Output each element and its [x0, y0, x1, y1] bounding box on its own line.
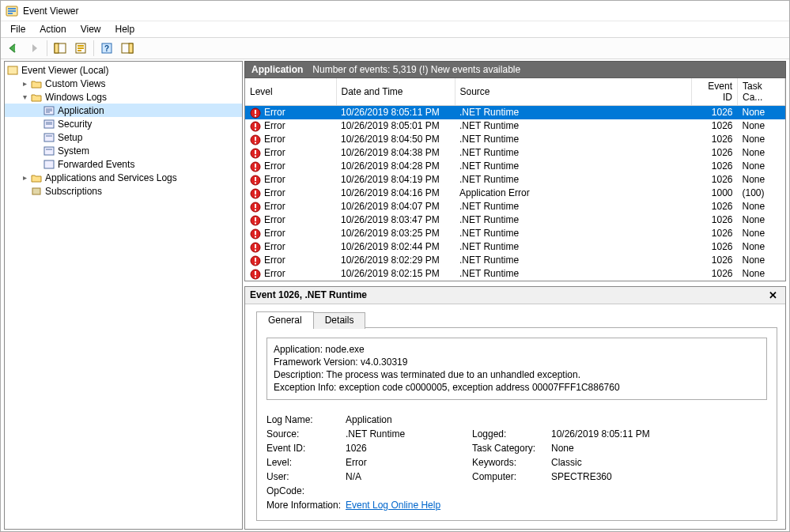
event-row[interactable]: Error10/26/2019 8:05:11 PM.NET Runtime10…: [245, 106, 785, 119]
svg-rect-51: [255, 209, 256, 210]
tab-details[interactable]: Details: [313, 312, 366, 329]
column-headers[interactable]: Level Date and Time Source Event ID Task…: [245, 78, 785, 106]
cell-datetime: 10/26/2019 8:02:29 PM: [336, 254, 455, 267]
cell-datetime: 10/26/2019 8:04:19 PM: [336, 173, 455, 187]
expand-icon[interactable]: ▸: [19, 173, 30, 182]
event-row[interactable]: Error10/26/2019 8:03:25 PM.NET Runtime10…: [245, 227, 785, 240]
tree-custom-views[interactable]: ▸ Custom Views: [5, 77, 242, 90]
svg-rect-42: [255, 168, 256, 170]
lbl-task-cat: Task Category:: [472, 443, 551, 454]
tab-general[interactable]: General: [256, 311, 314, 328]
cell-source: .NET Runtime: [455, 160, 692, 173]
tree-security[interactable]: Security: [5, 117, 242, 130]
svg-rect-45: [255, 182, 256, 183]
menu-view[interactable]: View: [74, 22, 108, 36]
cell-source: .NET Runtime: [455, 173, 692, 187]
event-list[interactable]: Level Date and Time Source Event ID Task…: [244, 78, 786, 281]
cell-level: Error: [264, 147, 285, 158]
cell-datetime: 10/26/2019 8:03:47 PM: [336, 213, 455, 227]
cell-source: .NET Runtime: [455, 106, 692, 119]
col-source[interactable]: Source: [455, 78, 692, 106]
cell-datetime: 10/26/2019 8:05:01 PM: [336, 119, 455, 133]
cell-source: .NET Runtime: [455, 240, 692, 254]
event-row[interactable]: Error10/26/2019 8:02:15 PM.NET Runtime10…: [245, 267, 785, 281]
content-area: Application Number of events: 5,319 (!) …: [244, 61, 786, 530]
cell-eventid: 1026: [692, 106, 738, 119]
menu-help[interactable]: Help: [109, 22, 142, 36]
cell-eventid: 1026: [692, 173, 738, 187]
col-task[interactable]: Task Ca...: [738, 78, 785, 106]
event-row[interactable]: Error10/26/2019 8:04:07 PM.NET Runtime10…: [245, 200, 785, 213]
cell-source: .NET Runtime: [455, 227, 692, 240]
subscriptions-icon: [30, 185, 43, 198]
tree-apps-services[interactable]: ▸ Applications and Services Logs: [5, 171, 242, 184]
lbl-event-id: Event ID:: [266, 443, 346, 454]
tree-panel[interactable]: Event Viewer (Local) ▸ Custom Views ▾ Wi…: [4, 61, 243, 530]
val-level: Error: [346, 457, 472, 468]
properties-button[interactable]: [71, 40, 90, 57]
tab-body-general: Application: node.exe Framework Version:…: [256, 327, 777, 521]
svg-rect-41: [255, 164, 256, 168]
cell-eventid: 1026: [692, 227, 738, 240]
svg-rect-24: [44, 147, 54, 155]
toolbar-separator: [93, 40, 94, 56]
col-datetime[interactable]: Date and Time: [336, 78, 455, 106]
list-header-count: Number of events: 5,319 (!) New events a…: [312, 64, 520, 75]
log-icon: [43, 118, 55, 130]
tree-application[interactable]: Application: [5, 104, 242, 117]
lbl-log-name: Log Name:: [266, 414, 346, 425]
cell-source: Application Error: [455, 187, 692, 200]
lbl-opcode: OpCode:: [266, 485, 346, 496]
event-row[interactable]: Error10/26/2019 8:04:38 PM.NET Runtime10…: [245, 146, 785, 160]
col-level[interactable]: Level: [245, 78, 336, 106]
tree-subscriptions[interactable]: Subscriptions: [5, 184, 242, 198]
error-icon: [250, 269, 261, 280]
svg-rect-2: [8, 10, 16, 12]
cell-task: None: [738, 227, 785, 240]
event-row[interactable]: Error10/26/2019 8:02:29 PM.NET Runtime10…: [245, 254, 785, 267]
tree-root[interactable]: Event Viewer (Local): [5, 63, 242, 77]
menu-file[interactable]: File: [4, 22, 32, 36]
svg-rect-29: [255, 110, 256, 114]
event-log-help-link[interactable]: Event Log Online Help: [346, 500, 440, 511]
col-eventid[interactable]: Event ID: [692, 78, 738, 106]
nav-forward-button[interactable]: [25, 40, 43, 57]
tree-windows-logs[interactable]: ▾ Windows Logs: [5, 90, 242, 104]
event-row[interactable]: Error10/26/2019 8:05:01 PM.NET Runtime10…: [245, 119, 785, 133]
cell-eventid: 1026: [692, 240, 738, 254]
lbl-more-info: More Information:: [266, 500, 346, 511]
cell-source: .NET Runtime: [455, 213, 692, 227]
tree-system[interactable]: System: [5, 144, 242, 157]
svg-rect-66: [255, 276, 256, 277]
event-row[interactable]: Error10/26/2019 8:04:28 PM.NET Runtime10…: [245, 160, 785, 173]
event-row[interactable]: Error10/26/2019 8:04:19 PM.NET Runtime10…: [245, 173, 785, 187]
cell-level: Error: [264, 107, 285, 118]
cell-level: Error: [264, 134, 285, 145]
help-button[interactable]: ?: [97, 40, 116, 57]
close-icon[interactable]: ✕: [765, 289, 781, 301]
event-row[interactable]: Error10/26/2019 8:03:47 PM.NET Runtime10…: [245, 213, 785, 227]
menu-action[interactable]: Action: [33, 22, 72, 36]
svg-rect-48: [255, 195, 256, 197]
event-row[interactable]: Error10/26/2019 8:02:44 PM.NET Runtime10…: [245, 240, 785, 254]
event-description[interactable]: Application: node.exe Framework Version:…: [266, 338, 767, 400]
cell-task: None: [738, 240, 785, 254]
event-row[interactable]: Error10/26/2019 8:04:50 PM.NET Runtime10…: [245, 133, 785, 146]
expand-icon[interactable]: ▸: [19, 79, 30, 88]
show-tree-button[interactable]: [51, 40, 70, 57]
cell-datetime: 10/26/2019 8:04:28 PM: [336, 160, 455, 173]
tree-setup[interactable]: Setup: [5, 130, 242, 144]
tree-forwarded[interactable]: Forwarded Events: [5, 157, 242, 171]
event-row[interactable]: Error10/26/2019 8:04:16 PMApplication Er…: [245, 187, 785, 200]
tree-label: Applications and Services Logs: [45, 172, 177, 183]
collapse-icon[interactable]: ▾: [19, 92, 30, 101]
error-icon: [250, 121, 261, 132]
cell-level: Error: [264, 241, 285, 252]
action-pane-button[interactable]: [118, 40, 137, 57]
tree-label: Windows Logs: [45, 92, 107, 103]
val-task-cat: None: [551, 443, 709, 454]
svg-rect-1: [8, 8, 16, 9]
tree-label: System: [58, 145, 89, 157]
nav-back-button[interactable]: [4, 40, 23, 57]
log-icon: [43, 104, 55, 117]
